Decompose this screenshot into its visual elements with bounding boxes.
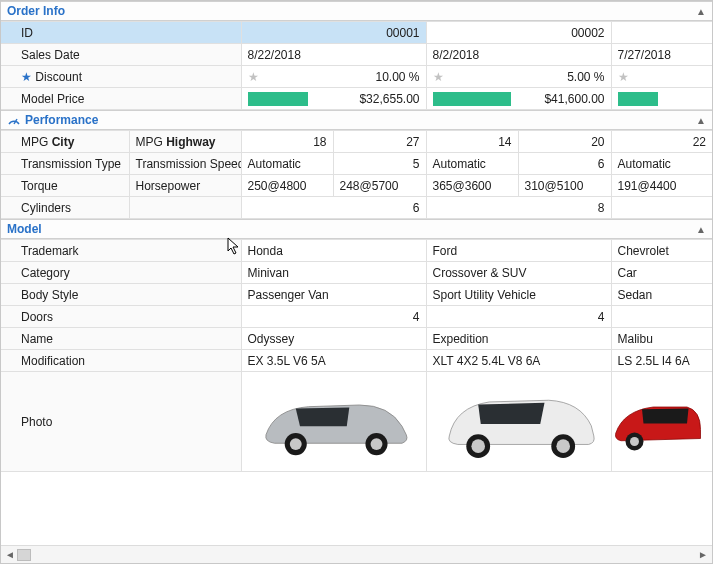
cell-cylinders[interactable]: 8	[426, 197, 611, 219]
label-photo: Photo	[1, 372, 241, 472]
label-torque: Torque	[1, 175, 129, 197]
cell-name[interactable]: Odyssey	[241, 328, 426, 350]
cell-price[interactable]: $32,655.00	[241, 88, 426, 110]
model-grid: Trademark Honda Ford Chevrolet Category …	[1, 239, 712, 472]
label-id: ID	[1, 22, 241, 44]
svg-point-2	[289, 438, 301, 450]
cell-sales-date[interactable]: 8/22/2018	[241, 44, 426, 66]
cell-discount[interactable]: ★5.00 %	[426, 66, 611, 88]
cell-torque[interactable]: 250@4800	[241, 175, 333, 197]
group-header-model[interactable]: Model ▲	[1, 219, 712, 239]
svg-point-6	[471, 439, 485, 453]
performance-grid: MPG City MPG Highway 18 27 14 20 22 Tran…	[1, 130, 712, 219]
cell-name[interactable]: Malibu	[611, 328, 712, 350]
label-mpg-highway: MPG Highway	[129, 131, 241, 153]
collapse-icon[interactable]: ▲	[696, 115, 706, 126]
collapse-icon[interactable]: ▲	[696, 224, 706, 235]
cell-photo[interactable]	[426, 372, 611, 472]
cell-mpg-hwy[interactable]: 22	[611, 131, 712, 153]
cell-modification[interactable]: XLT 4X2 5.4L V8 6A	[426, 350, 611, 372]
cell-trademark[interactable]: Honda	[241, 240, 426, 262]
cell-category[interactable]: Crossover & SUV	[426, 262, 611, 284]
cell-sales-date[interactable]: 7/27/2018	[611, 44, 712, 66]
cell-doors[interactable]	[611, 306, 712, 328]
star-icon: ★	[21, 70, 32, 84]
horizontal-scrollbar[interactable]: ◄ ►	[1, 545, 712, 563]
cell-trademark[interactable]: Ford	[426, 240, 611, 262]
label-trans-speeds: Transmission Speeds	[129, 153, 241, 175]
label-body-style: Body Style	[1, 284, 241, 306]
cell-price[interactable]: $41,600.00	[426, 88, 611, 110]
cell-cylinders[interactable]	[611, 197, 712, 219]
cell-photo[interactable]	[611, 372, 712, 472]
cell-category[interactable]: Minivan	[241, 262, 426, 284]
label-trademark: Trademark	[1, 240, 241, 262]
scroll-thumb[interactable]	[17, 549, 31, 561]
cell-id[interactable]	[611, 22, 712, 44]
cell-trans-type[interactable]: Automatic	[241, 153, 333, 175]
price-bar	[248, 92, 308, 106]
cell-body-style[interactable]: Sport Utility Vehicle	[426, 284, 611, 306]
cell-hp[interactable]: 248@5700	[333, 175, 426, 197]
group-header-performance[interactable]: Performance ▲	[1, 110, 712, 130]
cell-trans-type[interactable]: Automatic	[611, 153, 712, 175]
label-cylinders: Cylinders	[1, 197, 129, 219]
order-info-grid: ID 00001 00002 Sales Date 8/22/2018 8/2/…	[1, 21, 712, 110]
label-model-price: Model Price	[1, 88, 241, 110]
car-icon	[612, 382, 702, 462]
label-category: Category	[1, 262, 241, 284]
label-modification: Modification	[1, 350, 241, 372]
price-bar	[618, 92, 658, 106]
cell-category[interactable]: Car	[611, 262, 712, 284]
label-discount: ★ Discount	[1, 66, 241, 88]
cell-body-style[interactable]: Sedan	[611, 284, 712, 306]
car-icon	[434, 374, 604, 469]
star-icon: ★	[433, 70, 444, 84]
scroll-track[interactable]	[17, 549, 696, 561]
cell-sales-date[interactable]: 8/2/2018	[426, 44, 611, 66]
cell-cylinders[interactable]: 6	[241, 197, 426, 219]
cell-trans-speeds[interactable]: 6	[518, 153, 611, 175]
cell-mpg-city[interactable]: 14	[426, 131, 518, 153]
label-sales-date: Sales Date	[1, 44, 241, 66]
label-doors: Doors	[1, 306, 241, 328]
star-icon: ★	[248, 70, 259, 84]
cell-id[interactable]: 00001	[241, 22, 426, 44]
cell-doors[interactable]: 4	[241, 306, 426, 328]
cell-torque[interactable]: 191@4400	[611, 175, 712, 197]
cell-trademark[interactable]: Chevrolet	[611, 240, 712, 262]
label-name: Name	[1, 328, 241, 350]
cell-mpg-hwy[interactable]: 27	[333, 131, 426, 153]
group-title: Order Info	[7, 4, 696, 18]
cell-torque[interactable]: 365@3600	[426, 175, 518, 197]
price-bar	[433, 92, 511, 106]
cell-modification[interactable]: EX 3.5L V6 5A	[241, 350, 426, 372]
scroll-left-icon[interactable]: ◄	[3, 549, 17, 560]
svg-point-10	[630, 437, 639, 446]
car-icon	[249, 377, 419, 467]
cell-modification[interactable]: LS 2.5L I4 6A	[611, 350, 712, 372]
cell-trans-speeds[interactable]: 5	[333, 153, 426, 175]
cell-photo[interactable]	[241, 372, 426, 472]
group-title: Model	[7, 222, 696, 236]
cell-discount[interactable]: ★	[611, 66, 712, 88]
scroll-right-icon[interactable]: ►	[696, 549, 710, 560]
cell-mpg-city[interactable]: 18	[241, 131, 333, 153]
collapse-icon[interactable]: ▲	[696, 6, 706, 17]
cell-body-style[interactable]: Passenger Van	[241, 284, 426, 306]
cell-name[interactable]: Expedition	[426, 328, 611, 350]
cell-hp[interactable]: 310@5100	[518, 175, 611, 197]
star-icon: ★	[618, 70, 629, 84]
cell-mpg-hwy[interactable]: 20	[518, 131, 611, 153]
cell-discount[interactable]: ★10.00 %	[241, 66, 426, 88]
group-header-order[interactable]: Order Info ▲	[1, 1, 712, 21]
cell-id[interactable]: 00002	[426, 22, 611, 44]
label-horsepower: Horsepower	[129, 175, 241, 197]
cell-doors[interactable]: 4	[426, 306, 611, 328]
cell-trans-type[interactable]: Automatic	[426, 153, 518, 175]
cell-price[interactable]	[611, 88, 712, 110]
group-title: Performance	[25, 113, 696, 127]
label-mpg-city: MPG City	[1, 131, 129, 153]
label-trans-type: Transmission Type	[1, 153, 129, 175]
svg-point-4	[370, 438, 382, 450]
